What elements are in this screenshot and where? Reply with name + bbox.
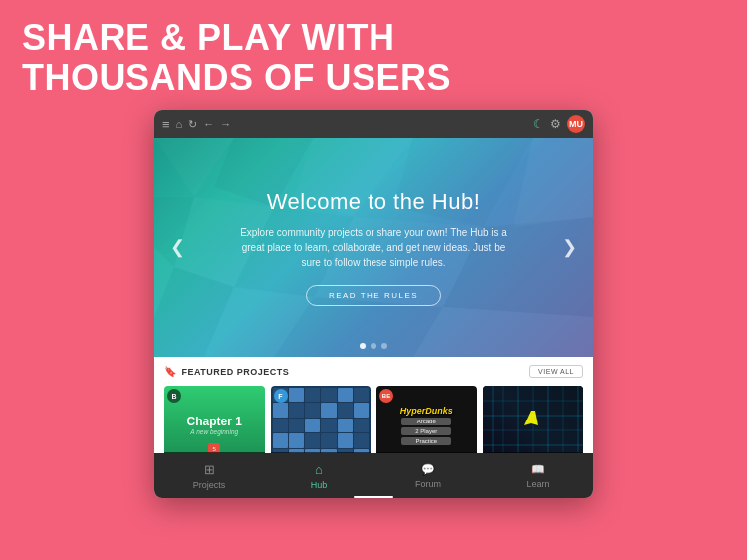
tab-bar: ⊞ Projects ⌂ Hub 💬 Forum 📖 Learn bbox=[154, 453, 593, 498]
dot-1[interactable] bbox=[360, 343, 366, 349]
moon-icon[interactable]: ☾ bbox=[533, 117, 544, 131]
card-avatar-robo: F bbox=[274, 389, 288, 403]
hero-subtitle: Explore community projects or share your… bbox=[234, 225, 513, 270]
learn-icon: 📖 bbox=[531, 463, 545, 476]
refresh-icon[interactable]: ↻ bbox=[188, 118, 197, 131]
dot-3[interactable] bbox=[381, 343, 387, 349]
hero-left-arrow[interactable]: ❮ bbox=[162, 228, 193, 266]
tab-hub[interactable]: ⌂ Hub bbox=[264, 456, 374, 496]
forum-icon: 💬 bbox=[421, 463, 435, 476]
tab-forum[interactable]: 💬 Forum bbox=[374, 457, 483, 495]
home-icon[interactable]: ⌂ bbox=[176, 118, 183, 130]
hero-dots bbox=[360, 343, 387, 349]
hero-content: Welcome to the Hub! Explore community pr… bbox=[194, 189, 553, 306]
back-icon[interactable]: ← bbox=[203, 118, 214, 130]
featured-title: 🔖 FEATURED PROJECTS bbox=[164, 366, 289, 377]
view-all-button[interactable]: VIEW ALL bbox=[529, 365, 583, 378]
dot-2[interactable] bbox=[371, 343, 376, 349]
tab-indicator bbox=[354, 496, 393, 498]
settings-icon[interactable]: ⚙ bbox=[550, 117, 561, 131]
hamburger-icon[interactable]: ≡ bbox=[162, 117, 170, 132]
browser-mockup: ≡ ⌂ ↻ ← → ☾ ⚙ MU ❮ Welcom bbox=[154, 110, 593, 498]
projects-icon: ⊞ bbox=[204, 462, 215, 477]
tab-learn[interactable]: 📖 Learn bbox=[483, 457, 593, 495]
featured-label: FEATURED PROJECTS bbox=[182, 367, 290, 377]
header-text: SHARE & PLAY WITH THOUSANDS OF USERS bbox=[22, 18, 451, 97]
hero-banner: ❮ Welcome to the Hub! Explore community … bbox=[154, 138, 593, 357]
user-avatar[interactable]: MU bbox=[567, 115, 585, 133]
tab-label-learn: Learn bbox=[526, 479, 549, 489]
hero-right-arrow[interactable]: ❯ bbox=[554, 228, 585, 266]
tab-label-forum: Forum bbox=[415, 479, 441, 489]
card-avatar-hyperdunks: BE bbox=[379, 389, 393, 403]
svg-marker-26 bbox=[524, 411, 538, 425]
tab-label-projects: Projects bbox=[193, 480, 226, 490]
bookmark-icon: 🔖 bbox=[164, 366, 177, 377]
hero-title: Welcome to the Hub! bbox=[234, 189, 513, 215]
tab-projects[interactable]: ⊞ Projects bbox=[154, 456, 264, 496]
hub-icon: ⌂ bbox=[315, 462, 323, 477]
card-avatar-benstar: B bbox=[167, 389, 181, 403]
browser-toolbar: ≡ ⌂ ↻ ← → ☾ ⚙ MU bbox=[154, 110, 593, 138]
read-rules-button[interactable]: READ THE RULES bbox=[306, 285, 441, 306]
featured-header: 🔖 FEATURED PROJECTS VIEW ALL bbox=[164, 365, 583, 378]
forward-icon[interactable]: → bbox=[220, 118, 231, 130]
tab-label-hub: Hub bbox=[311, 480, 328, 490]
